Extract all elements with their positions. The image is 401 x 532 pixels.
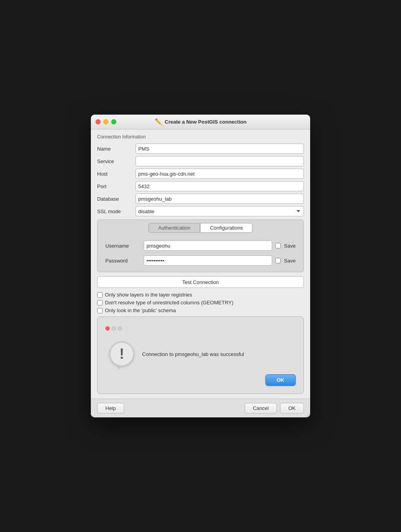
dialog-minimize-button bbox=[112, 326, 116, 331]
window-title: ✏️ Create a New PostGIS connection bbox=[155, 118, 247, 126]
title-bar: ✏️ Create a New PostGIS connection bbox=[91, 115, 310, 129]
dialog-message: Connection to pmsgeohu_lab was successfu… bbox=[142, 351, 292, 357]
svg-line-2 bbox=[309, 416, 310, 417]
password-label: Password bbox=[105, 258, 141, 264]
svg-line-1 bbox=[307, 414, 310, 417]
layer-registries-label: Only show layers in the layer registries bbox=[105, 292, 192, 298]
auth-section: Authentication Configurations Username S… bbox=[97, 219, 304, 272]
username-save-label: Save bbox=[284, 243, 296, 249]
window-body: Connection Information Name Service Host… bbox=[91, 129, 310, 399]
ssl-select[interactable]: disable allow prefer require verify-ca v… bbox=[135, 206, 304, 216]
tabs-bar: Authentication Configurations bbox=[98, 220, 303, 236]
ssl-label: SSL mode bbox=[97, 208, 132, 214]
username-label: Username bbox=[105, 243, 141, 249]
main-window: ✏️ Create a New PostGIS connection Conne… bbox=[91, 115, 310, 417]
ok-button[interactable]: OK bbox=[280, 403, 304, 413]
host-input[interactable] bbox=[135, 169, 304, 179]
port-label: Port bbox=[97, 183, 132, 189]
layer-registries-checkbox[interactable] bbox=[97, 292, 103, 298]
unrestricted-row: Don't resolve type of unrestricted colum… bbox=[97, 300, 304, 306]
success-dialog: ! Connection to pmsgeohu_lab was success… bbox=[97, 316, 304, 394]
minimize-button[interactable] bbox=[103, 119, 108, 124]
window-title-text: Create a New PostGIS connection bbox=[165, 119, 247, 125]
database-input[interactable] bbox=[135, 194, 304, 204]
test-connection-button[interactable]: Test Connection bbox=[97, 276, 304, 288]
info-icon-bubble: ! bbox=[109, 341, 134, 367]
public-schema-row: Only look in the 'public' schema bbox=[97, 307, 304, 313]
dialog-traffic-lights bbox=[105, 326, 122, 331]
port-input[interactable] bbox=[135, 181, 304, 191]
help-button[interactable]: Help bbox=[97, 403, 124, 413]
username-input[interactable] bbox=[144, 241, 272, 251]
dialog-content: ! Connection to pmsgeohu_lab was success… bbox=[105, 334, 296, 374]
service-input[interactable] bbox=[135, 156, 304, 166]
title-icon: ✏️ bbox=[155, 118, 163, 126]
dialog-ok-area: OK bbox=[105, 374, 296, 386]
bottom-right-buttons: Cancel OK bbox=[245, 403, 304, 413]
public-schema-label: Only look in the 'public' schema bbox=[105, 307, 176, 313]
unrestricted-label: Don't resolve type of unrestricted colum… bbox=[105, 300, 233, 306]
exclamation-icon: ! bbox=[119, 346, 124, 362]
close-button[interactable] bbox=[96, 119, 101, 124]
unrestricted-checkbox[interactable] bbox=[97, 300, 103, 306]
name-label: Name bbox=[97, 146, 132, 152]
maximize-button[interactable] bbox=[111, 119, 116, 124]
host-label: Host bbox=[97, 171, 132, 177]
cancel-button[interactable]: Cancel bbox=[245, 403, 277, 413]
auth-form: Username Save Password Save bbox=[98, 236, 303, 266]
tab-configurations[interactable]: Configurations bbox=[200, 223, 253, 233]
name-input[interactable] bbox=[135, 144, 304, 154]
password-save-checkbox[interactable] bbox=[275, 258, 281, 263]
service-label: Service bbox=[97, 158, 132, 164]
database-label: Database bbox=[97, 196, 132, 202]
connection-form: Name Service Host Port Database SSL mode… bbox=[97, 144, 304, 216]
password-input[interactable] bbox=[144, 255, 272, 266]
connection-info-label: Connection Information bbox=[97, 134, 304, 140]
bottom-bar: Help Cancel OK bbox=[91, 399, 310, 417]
traffic-lights bbox=[96, 119, 116, 124]
public-schema-checkbox[interactable] bbox=[97, 308, 103, 313]
dialog-title-bar bbox=[105, 325, 296, 334]
resize-grip bbox=[305, 412, 310, 417]
layer-registries-row: Only show layers in the layer registries bbox=[97, 292, 304, 298]
tab-authentication[interactable]: Authentication bbox=[148, 223, 200, 233]
password-save-label: Save bbox=[284, 258, 296, 264]
dialog-maximize-button bbox=[118, 326, 122, 331]
dialog-ok-button[interactable]: OK bbox=[266, 374, 296, 386]
username-save-checkbox[interactable] bbox=[275, 243, 281, 248]
dialog-close-button[interactable] bbox=[105, 326, 110, 331]
